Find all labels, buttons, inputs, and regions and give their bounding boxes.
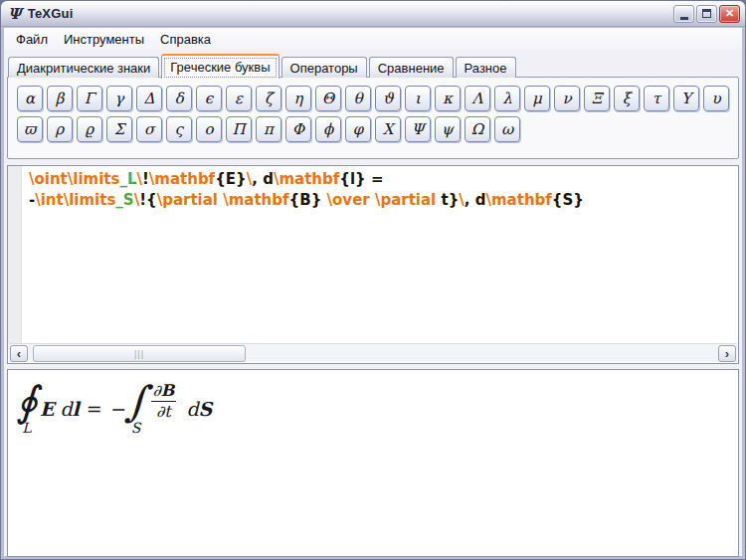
menu-item-help[interactable]: Справка	[152, 30, 219, 49]
vector-S: S	[199, 398, 213, 420]
tab-label: Диакритические знаки	[17, 61, 150, 76]
code-area[interactable]: \oint\limits_L\!\mathbf{E}\, d\mathbf{l}…	[23, 169, 738, 211]
greek-letter-button-theta[interactable]: θ	[345, 86, 371, 111]
fraction: ∂B ∂t	[151, 382, 177, 422]
greek-letter-button-psi[interactable]: ψ	[435, 116, 461, 142]
greek-letter-button-zeta[interactable]: ζ	[256, 86, 281, 111]
tab-focus-rect	[164, 58, 276, 78]
palette-row-1: αβΓγΔδϵεζηΘθϑικΛλμνΞξτΥυ	[17, 86, 738, 111]
greek-letter-button-varrho[interactable]: ϱ	[77, 116, 102, 142]
greek-letter-button-Lambda[interactable]: Λ	[465, 86, 490, 111]
tab-misc[interactable]: Разное	[456, 57, 516, 78]
palette-row-2: ϖρϱΣσςοΠπΦϕφΧΨψΩω	[17, 116, 738, 142]
differential-d2: d	[180, 398, 198, 420]
greek-letter-button-Xi[interactable]: Ξ	[584, 86, 610, 111]
greek-letter-button-alpha[interactable]: α	[17, 86, 43, 111]
tab-comparison[interactable]: Сравнение	[369, 57, 454, 78]
greek-letter-button-omicron[interactable]: ο	[196, 116, 222, 142]
greek-letter-button-Chi[interactable]: Χ	[375, 116, 401, 142]
oint-subscript: L	[22, 420, 31, 436]
greek-letter-button-varsigma[interactable]: ς	[166, 116, 192, 142]
greek-letter-button-beta[interactable]: β	[47, 86, 73, 111]
close-button[interactable]: ✕	[719, 5, 740, 23]
latex-source-editor[interactable]: \oint\limits_L\!\mathbf{E}\, d\mathbf{l}…	[7, 165, 739, 364]
int-symbol: ∫	[125, 382, 147, 422]
code-token: {E}	[215, 170, 247, 188]
code-token: {S}	[552, 191, 584, 209]
tab-greek[interactable]: Греческие буквы	[161, 54, 279, 79]
minimize-button[interactable]	[673, 5, 694, 23]
window-controls: ✕	[673, 5, 740, 23]
code-token: !	[139, 191, 146, 209]
greek-letter-button-Pi[interactable]: Π	[226, 116, 252, 142]
greek-letter-button-pi[interactable]: π	[256, 116, 281, 142]
code-token: \int\limits	[35, 191, 115, 209]
greek-letter-button-Phi[interactable]: Φ	[285, 116, 311, 142]
code-token: \oint\limits	[29, 170, 119, 188]
oint-with-limit: ∮ L	[16, 382, 38, 436]
scroll-left-button[interactable]: ‹	[10, 345, 28, 362]
minus-sign: −	[109, 398, 125, 420]
greek-letter-button-Psi[interactable]: Ψ	[405, 116, 431, 142]
scrollbar-thumb[interactable]: |||	[33, 345, 246, 362]
greek-letter-button-xi[interactable]: ξ	[614, 86, 640, 111]
tab-bar: Диакритические знакиГреческие буквыОпера…	[8, 53, 738, 78]
minimize-icon	[680, 17, 688, 20]
code-token: , d	[252, 170, 274, 188]
greek-letter-button-lambda[interactable]: λ	[494, 86, 520, 111]
code-token: \mathbf	[486, 191, 552, 209]
scroll-right-button[interactable]: ›	[718, 345, 736, 362]
code-token: \over \partial	[321, 191, 441, 209]
greek-letter-button-varpi[interactable]: ϖ	[17, 116, 43, 142]
greek-letter-button-omega[interactable]: ω	[494, 116, 520, 142]
greek-letter-button-phi[interactable]: ϕ	[315, 116, 341, 142]
greek-letter-button-eta[interactable]: η	[285, 86, 311, 111]
greek-letter-button-varphi[interactable]: φ	[345, 116, 371, 142]
greek-letter-button-Gamma[interactable]: Γ	[77, 86, 102, 111]
greek-letter-button-delta[interactable]: δ	[166, 86, 192, 111]
client-area: ФайлИнструментыСправка Диакритические зн…	[4, 28, 742, 556]
greek-letter-button-varepsilon[interactable]: ε	[226, 86, 252, 111]
code-token: \mathbf	[223, 191, 288, 209]
greek-letter-button-Delta[interactable]: Δ	[136, 86, 162, 111]
greek-letters-panel: αβΓγΔδϵεζηΘθϑικΛλμνΞξτΥυ ϖρϱΣσςοΠπΦϕφΧΨψ…	[7, 77, 739, 159]
rendered-formula: ∮ L E d l = − ∫ S ∂B ∂t d S	[8, 370, 738, 436]
code-line: -\int\limits_S\!{\partial \mathbf{B} \ov…	[23, 190, 738, 211]
greek-letter-button-sigma[interactable]: σ	[136, 116, 162, 142]
code-token: {B}	[289, 191, 322, 209]
code-token: _L	[119, 170, 136, 188]
vector-l: l	[73, 398, 80, 420]
greek-letter-button-nu[interactable]: ν	[554, 86, 580, 111]
greek-letter-button-gamma[interactable]: γ	[106, 86, 132, 111]
differential-d1: d	[54, 398, 72, 420]
code-token: {l} =	[339, 170, 383, 188]
horizontal-scrollbar[interactable]: ‹ ||| ›	[9, 343, 737, 362]
menu-item-file[interactable]: Файл	[8, 30, 56, 49]
greek-letter-button-Sigma[interactable]: Σ	[106, 116, 132, 142]
code-token: t}	[441, 191, 459, 209]
code-token: _S	[115, 191, 133, 209]
greek-letter-button-tau[interactable]: τ	[644, 86, 669, 111]
code-line: \oint\limits_L\!\mathbf{E}\, d\mathbf{l}…	[23, 169, 738, 190]
greek-letter-button-upsilon[interactable]: υ	[703, 86, 729, 111]
tab-label: Операторы	[290, 61, 358, 76]
equals-sign: =	[87, 398, 102, 420]
code-token: , d	[465, 191, 486, 209]
greek-letter-button-Upsilon[interactable]: Υ	[673, 86, 699, 111]
greek-letter-button-vartheta[interactable]: ϑ	[375, 86, 401, 111]
greek-letter-button-mu[interactable]: μ	[524, 86, 550, 111]
tab-diacritics[interactable]: Диакритические знаки	[8, 57, 159, 78]
tab-operators[interactable]: Операторы	[281, 57, 367, 78]
maximize-button[interactable]	[696, 5, 717, 23]
greek-letter-button-Omega[interactable]: Ω	[465, 116, 490, 142]
greek-letter-button-iota[interactable]: ι	[405, 86, 431, 111]
greek-letter-button-kappa[interactable]: κ	[435, 86, 461, 111]
greek-letter-button-rho[interactable]: ρ	[47, 116, 73, 142]
formula-preview-panel: ∮ L E d l = − ∫ S ∂B ∂t d S	[7, 369, 739, 557]
int-subscript: S	[131, 420, 141, 436]
tab-label: Греческие буквы	[170, 60, 270, 75]
greek-letter-button-Theta[interactable]: Θ	[315, 86, 341, 111]
greek-letter-button-epsilon[interactable]: ϵ	[196, 86, 222, 111]
menu-item-tools[interactable]: Инструменты	[56, 30, 152, 49]
oint-symbol: ∮	[16, 382, 38, 422]
